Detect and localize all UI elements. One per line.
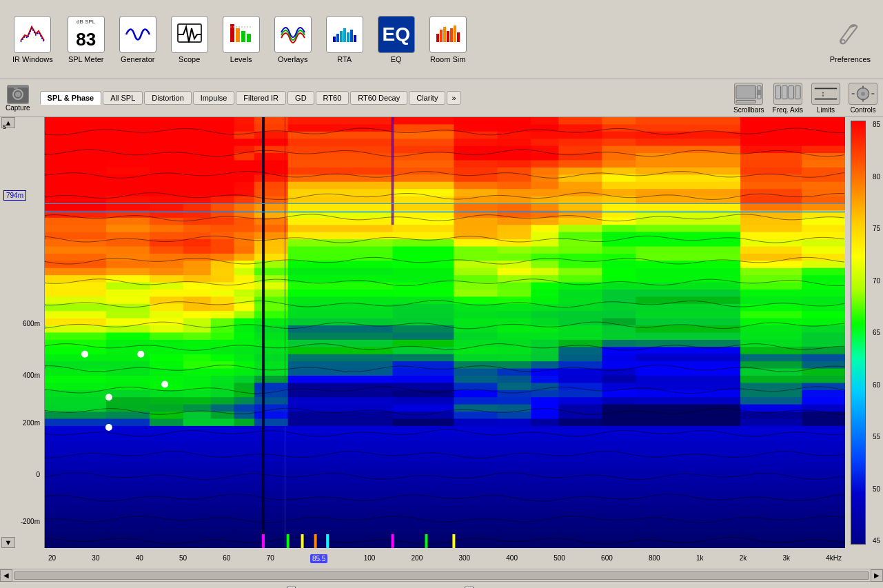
svg-point-24 [15,92,21,97]
freq-axis-button[interactable]: Freq. Axis [773,83,803,114]
x-label-855: 85.5 [310,554,327,563]
x-label-200: 200 [412,554,423,563]
tab-distortion[interactable]: Distortion [144,91,191,105]
svg-rect-7 [336,34,339,42]
x-label-20: 20 [48,554,56,563]
view-tools: Scrollbars Freq. Axis ↕ [733,83,877,114]
scope-label: Scope [179,55,200,63]
preferences-button[interactable]: Preferences [824,13,876,66]
tab-spl-phase[interactable]: SPL & Phase [40,91,102,105]
main-area: ▲ s 794m 600m 400m 200m 0 -200m ▼ 85 80 … [0,117,883,548]
svg-rect-30 [775,85,781,99]
svg-rect-6 [333,37,336,42]
svg-rect-18 [454,26,456,42]
tab-rt60-decay[interactable]: RT60 Decay [350,91,407,105]
eq-text: EQ [382,23,409,45]
toolbar: IR Windows dB SPL 83 SPL Meter Generator… [0,0,883,79]
svg-rect-2 [236,28,240,42]
svg-rect-11 [350,30,353,42]
svg-rect-32 [789,85,794,99]
x-label-3k: 3k [782,554,790,563]
tab-rt60[interactable]: RT60 [316,91,349,105]
scale-85: 85 [873,121,880,128]
y-axis: ▲ s 794m 600m 400m 200m 0 -200m ▼ [0,117,45,548]
scroll-right-arrow[interactable]: ▶ [871,569,883,582]
generator-label: Generator [121,55,155,63]
levels-button[interactable]: Levels [217,13,265,66]
svg-rect-15 [443,27,446,42]
controls-label: Controls [850,106,875,114]
eq-button[interactable]: EQ EQ [372,13,420,66]
tab-impulse[interactable]: Impulse [193,91,235,105]
svg-rect-16 [447,31,449,42]
x-label-40: 40 [136,554,143,563]
status-bar: ✓ MLP FL utan takabsorbent 48,8 dB ✓ Pea… [0,581,883,588]
overlays-button[interactable]: Overlays [269,13,317,66]
scroll-track[interactable] [14,571,869,580]
controls-button[interactable]: Controls [849,83,877,114]
y-scroll-down[interactable]: ▼ [1,537,15,548]
capture-button[interactable]: Capture [6,85,30,112]
x-axis: 20 30 40 50 60 70 85.5 100 200 300 400 5… [0,548,883,569]
scope-button[interactable]: Scope [165,13,214,66]
ir-windows-label: IR Windows [12,55,53,63]
svg-rect-12 [354,35,356,42]
svg-rect-19 [457,32,460,42]
color-scale-labels: 85 80 75 70 65 60 55 50 45 [873,121,880,545]
rta-button[interactable]: RTA [321,13,369,66]
scrollbars-button[interactable]: Scrollbars [733,83,764,114]
x-label-4khz: 4kHz [826,554,842,563]
svg-rect-10 [347,32,349,42]
tab-filtered-ir[interactable]: Filtered IR [236,91,286,105]
tabs-row: Capture SPL & Phase All SPL Distortion I… [0,79,883,117]
svg-rect-9 [343,28,346,42]
color-scale: 85 80 75 70 65 60 55 50 45 [845,117,883,548]
color-scale-bar [851,121,866,545]
x-label-400: 400 [506,554,518,563]
y-label-400m: 400m [23,372,40,379]
h-scrollbar: ◀ ▶ [0,569,883,581]
tab-clarity[interactable]: Clarity [409,91,445,105]
y-label-neg200m: -200m [21,518,40,525]
spl-value: 83 [76,30,96,48]
svg-rect-25 [14,86,18,89]
x-label-600: 600 [601,554,613,563]
y-label-0: 0 [36,471,40,478]
scale-80: 80 [873,173,880,181]
levels-label: Levels [230,55,252,63]
generator-button[interactable]: Generator [114,13,162,66]
scale-55: 55 [873,433,880,440]
svg-rect-13 [436,34,439,42]
x-axis-labels: 20 30 40 50 60 70 85.5 100 200 300 400 5… [45,554,845,563]
ir-windows-button[interactable]: IR Windows [7,13,59,66]
scroll-left-arrow[interactable]: ◀ [0,569,12,582]
graph-canvas [45,117,845,548]
x-label-50: 50 [179,554,187,563]
room-sim-button[interactable]: Room Sim [424,13,472,66]
limits-button[interactable]: ↕ Limits [811,83,840,114]
spl-meter-label: SPL Meter [68,55,104,63]
x-label-500: 500 [554,554,565,563]
scrollbars-label: Scrollbars [733,106,764,114]
tab-all-spl[interactable]: All SPL [103,91,143,105]
svg-rect-17 [450,28,453,42]
svg-rect-3 [241,31,245,42]
svg-text:↕: ↕ [821,89,825,97]
rta-label: RTA [337,55,352,63]
svg-rect-29 [758,90,762,95]
room-sim-label: Room Sim [430,55,465,63]
x-label-1k: 1k [696,554,704,563]
tab-more[interactable]: » [447,91,460,105]
svg-rect-8 [340,31,343,42]
scale-75: 75 [873,225,880,232]
preferences-label: Preferences [830,55,871,63]
svg-rect-28 [736,100,756,103]
svg-rect-33 [795,85,800,99]
tab-gd[interactable]: GD [287,91,314,105]
scale-70: 70 [873,277,880,285]
svg-point-38 [861,92,865,96]
graph-area[interactable] [45,117,845,548]
svg-rect-4 [247,34,251,42]
spl-meter-button[interactable]: dB SPL 83 SPL Meter [62,13,110,66]
freq-axis-label: Freq. Axis [773,106,803,114]
